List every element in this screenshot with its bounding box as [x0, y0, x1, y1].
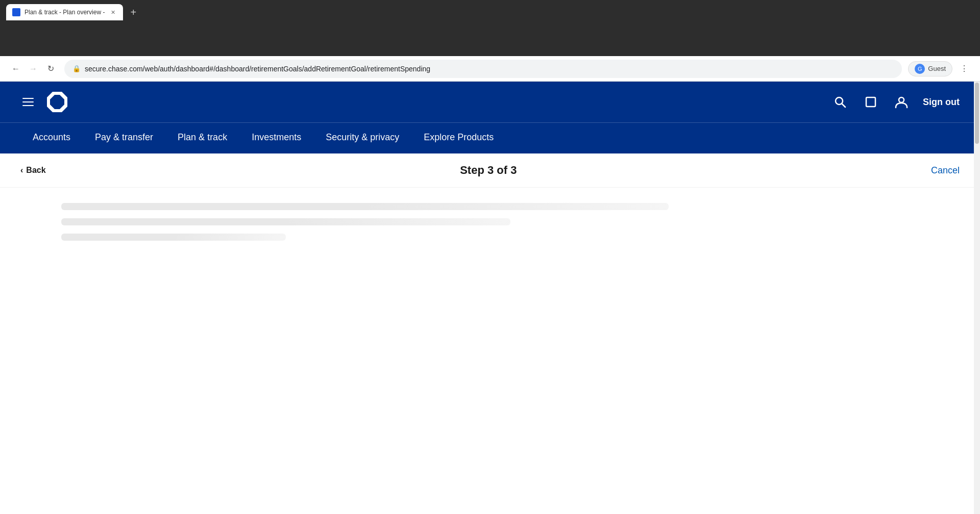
hamburger-line — [22, 105, 34, 106]
back-button[interactable]: ‹ Back — [20, 166, 46, 175]
profile-label: Guest — [928, 65, 946, 72]
tab-bar: Plan & track - Plan overview - ✕ + — [0, 0, 980, 20]
svg-point-5 — [899, 97, 904, 102]
chase-navigation: Accounts Pay & transfer Plan & track Inv… — [0, 122, 980, 153]
skeleton-bar-1 — [61, 203, 669, 210]
nav-explore-products[interactable]: Explore Products — [411, 123, 506, 153]
svg-rect-4 — [866, 97, 875, 107]
step-title: Step 3 of 3 — [460, 164, 517, 177]
nav-pay-transfer[interactable]: Pay & transfer — [83, 123, 165, 153]
browser-menu-button[interactable]: ⋮ — [957, 61, 972, 76]
address-bar-row: ← → ↻ 🔒 G Guest ⋮ — [0, 56, 980, 82]
lock-icon: 🔒 — [72, 65, 81, 72]
profile-icon: G — [915, 64, 925, 74]
browser-nav-buttons: ← → ↻ — [8, 61, 58, 76]
profile-area: G Guest ⋮ — [908, 61, 972, 76]
back-nav-button[interactable]: ← — [8, 61, 23, 76]
skeleton-bar-2 — [61, 218, 510, 225]
nav-plan-track[interactable]: Plan & track — [165, 123, 239, 153]
nav-accounts[interactable]: Accounts — [20, 123, 83, 153]
url-input[interactable] — [85, 65, 894, 73]
notifications-button[interactable] — [862, 93, 880, 111]
scrollbar-thumb[interactable] — [975, 83, 979, 144]
browser-chrome: Plan & track - Plan overview - ✕ + — [0, 0, 980, 56]
search-button[interactable] — [831, 93, 849, 111]
chase-header: Sign out — [0, 82, 980, 122]
chase-logo — [46, 91, 68, 113]
chase-app: Sign out Accounts Pay & transfer Plan & … — [0, 82, 980, 514]
skeleton-bar-3 — [61, 234, 286, 241]
refresh-button[interactable]: ↻ — [43, 61, 58, 76]
header-right: Sign out — [831, 93, 960, 111]
profile-button[interactable]: G Guest — [908, 61, 952, 76]
scrollbar[interactable] — [974, 82, 980, 514]
hamburger-line — [22, 98, 34, 99]
hamburger-line — [22, 101, 34, 102]
header-left — [20, 91, 68, 113]
sign-out-button[interactable]: Sign out — [923, 97, 960, 108]
loading-area — [0, 188, 980, 264]
cancel-button[interactable]: Cancel — [931, 165, 960, 176]
tab-close-button[interactable]: ✕ — [109, 8, 117, 16]
content-area: ‹ Back Step 3 of 3 Cancel — [0, 153, 980, 514]
tab-favicon — [12, 8, 20, 16]
tab-label: Plan & track - Plan overview - — [24, 9, 105, 16]
nav-investments[interactable]: Investments — [239, 123, 313, 153]
svg-line-3 — [842, 104, 845, 107]
new-tab-button[interactable]: + — [125, 4, 141, 20]
active-tab[interactable]: Plan & track - Plan overview - ✕ — [6, 4, 123, 20]
step-header: ‹ Back Step 3 of 3 Cancel — [0, 153, 980, 188]
forward-nav-button[interactable]: → — [26, 61, 41, 76]
back-arrow-icon: ‹ — [20, 166, 23, 175]
hamburger-menu-button[interactable] — [20, 96, 36, 108]
nav-security-privacy[interactable]: Security & privacy — [313, 123, 411, 153]
back-label: Back — [26, 166, 45, 175]
address-bar[interactable]: 🔒 — [64, 60, 902, 78]
account-button[interactable] — [892, 93, 911, 111]
